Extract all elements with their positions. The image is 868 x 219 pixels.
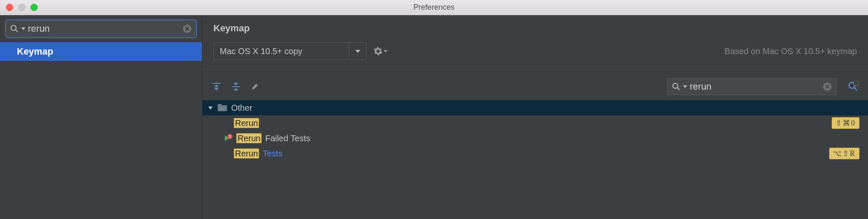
edit-shortcut-button[interactable] bbox=[251, 82, 259, 91]
search-dropdown-icon[interactable] bbox=[21, 27, 25, 31]
search-icon bbox=[672, 82, 680, 91]
svg-rect-26 bbox=[219, 108, 220, 110]
svg-rect-31 bbox=[229, 135, 230, 137]
close-window-button[interactable] bbox=[6, 4, 13, 11]
rerun-failed-icon bbox=[224, 134, 233, 143]
svg-point-0 bbox=[11, 25, 16, 30]
svg-line-15 bbox=[677, 88, 680, 90]
action-label-rest: Failed Tests bbox=[265, 134, 310, 143]
svg-marker-2 bbox=[21, 27, 25, 30]
keymap-scheme-combo[interactable]: Mac OS X 10.5+ copy bbox=[213, 42, 367, 60]
collapse-all-button[interactable] bbox=[231, 82, 240, 91]
svg-marker-6 bbox=[355, 50, 360, 53]
svg-marker-9 bbox=[214, 85, 218, 87]
window-controls bbox=[6, 4, 38, 11]
svg-rect-27 bbox=[221, 108, 222, 110]
svg-marker-23 bbox=[208, 107, 213, 110]
expand-all-button[interactable] bbox=[212, 82, 221, 91]
tree-group-label: Other bbox=[231, 103, 252, 113]
svg-line-21 bbox=[854, 88, 857, 90]
actions-search-input[interactable] bbox=[690, 81, 820, 92]
sidebar-search-input[interactable] bbox=[28, 23, 180, 34]
page-title: Keymap bbox=[213, 23, 857, 34]
svg-rect-25 bbox=[218, 104, 222, 107]
svg-marker-16 bbox=[683, 85, 687, 88]
svg-marker-13 bbox=[234, 88, 238, 90]
chevron-down-icon bbox=[355, 48, 361, 54]
find-by-shortcut-button[interactable] bbox=[848, 81, 859, 92]
shortcut-badge: ⌥⇧R bbox=[829, 148, 860, 159]
match-highlight: Rerun bbox=[234, 148, 259, 159]
tree-row[interactable]: Rerun ⇧⌘0 bbox=[202, 115, 868, 131]
tree-group-other[interactable]: Other bbox=[202, 100, 868, 115]
sidebar-search-field[interactable] bbox=[5, 19, 197, 38]
search-dropdown-icon[interactable] bbox=[683, 85, 687, 89]
window-title: Preferences bbox=[413, 3, 454, 12]
sidebar-item-keymap[interactable]: Keymap bbox=[0, 42, 202, 61]
tree-row[interactable]: Rerun Failed Tests bbox=[202, 131, 868, 146]
svg-rect-22 bbox=[854, 81, 859, 85]
svg-line-1 bbox=[16, 30, 18, 32]
window-titlebar: Preferences bbox=[0, 0, 868, 15]
svg-rect-32 bbox=[229, 137, 230, 138]
actions-tree[interactable]: Other Rerun ⇧⌘0 Rerun Failed Tests Rerun… bbox=[202, 100, 868, 161]
actions-search-field[interactable] bbox=[667, 78, 837, 95]
chevron-down-icon bbox=[384, 49, 387, 53]
keymap-scheme-value: Mac OS X 10.5+ copy bbox=[213, 42, 349, 60]
match-highlight: Rerun bbox=[234, 118, 259, 128]
svg-marker-10 bbox=[214, 88, 218, 90]
svg-marker-11 bbox=[234, 83, 238, 85]
shortcut-badge: ⇧⌘0 bbox=[832, 117, 860, 129]
zoom-window-button[interactable] bbox=[30, 4, 38, 11]
gear-icon bbox=[373, 47, 383, 56]
preferences-main: Keymap Mac OS X 10.5+ copy Based on Mac … bbox=[202, 15, 868, 219]
minimize-window-button[interactable] bbox=[18, 4, 25, 11]
search-icon bbox=[10, 25, 19, 33]
svg-point-14 bbox=[673, 83, 678, 88]
svg-marker-7 bbox=[384, 50, 387, 52]
clear-search-icon[interactable] bbox=[823, 82, 832, 91]
based-on-label: Based on Mac OS X 10.5+ keymap bbox=[724, 47, 857, 56]
keymap-scheme-dropdown-button[interactable] bbox=[349, 42, 367, 60]
svg-rect-28 bbox=[223, 108, 224, 110]
action-label-rest: Tests bbox=[263, 149, 282, 159]
match-highlight: Rerun bbox=[236, 133, 262, 143]
preferences-sidebar: Keymap bbox=[0, 15, 202, 219]
tree-row[interactable]: Rerun Tests ⌥⇧R bbox=[202, 146, 868, 161]
folder-icon bbox=[218, 104, 227, 112]
keymap-actions-button[interactable] bbox=[373, 47, 387, 56]
clear-search-icon[interactable] bbox=[182, 24, 192, 33]
disclosure-triangle-icon bbox=[207, 105, 213, 111]
sidebar-item-label: Keymap bbox=[17, 46, 53, 57]
